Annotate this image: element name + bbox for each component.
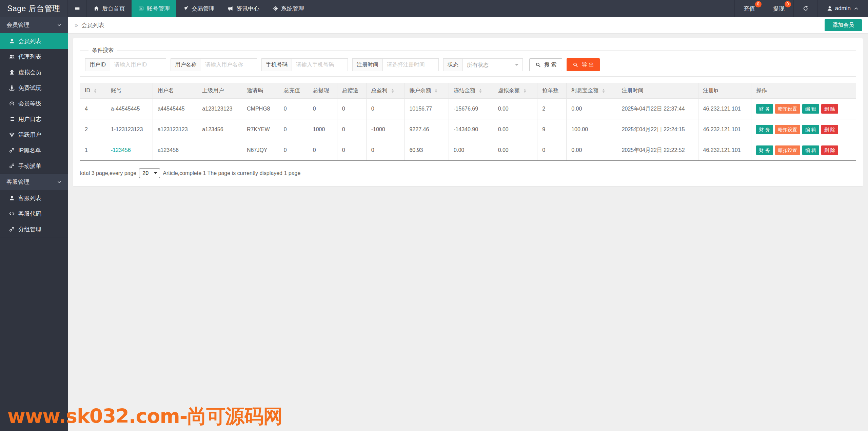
sidebar-group-header[interactable]: 客服管理: [0, 174, 68, 190]
deduct-settings-button[interactable]: 暗扣设置: [775, 104, 800, 114]
cell-parent: [197, 140, 242, 161]
sidebar-item-label: 客服列表: [18, 194, 41, 202]
user-menu[interactable]: admin: [817, 0, 868, 17]
chevron-down-icon: [56, 22, 62, 28]
sidebar-group-header[interactable]: 会员管理: [0, 17, 68, 33]
column-header-14: 注册时间: [617, 83, 698, 99]
chevron-down-icon: [56, 179, 62, 185]
username-field: 用户名称: [171, 58, 257, 71]
sort-icon: [522, 88, 528, 94]
menu-icon: [74, 5, 80, 12]
sidebar-group-items: 会员列表代理列表虚拟会员免费试玩会员等级用户日志活跃用户IP黑名单手动派单: [0, 33, 68, 174]
sidebar-item-street-view-3[interactable]: 免费试玩: [0, 80, 68, 96]
column-header-label: 注册时间: [622, 87, 644, 93]
content-card: 条件搜索 用户ID用户名称手机号码注册时间 状态 所有状态 搜 索 导 出: [73, 38, 863, 186]
cell-total-profit: 0: [366, 99, 405, 119]
menu-toggle-button[interactable]: [68, 0, 87, 17]
nav-item-paper-plane[interactable]: 交易管理: [176, 0, 221, 17]
cell-interest-amount: 0.00: [567, 140, 617, 161]
sidebar-item-code-1[interactable]: 客服代码: [0, 206, 68, 221]
search-button-label: 搜 索: [544, 61, 556, 68]
wifi-icon: [9, 132, 15, 138]
sidebar-item-user-secret-2[interactable]: 虚拟会员: [0, 64, 68, 80]
cell-interest-amount: 100.00: [567, 119, 617, 140]
page-size-select[interactable]: 20: [139, 168, 160, 178]
delete-button[interactable]: 删 除: [821, 104, 838, 114]
status-select[interactable]: 所有状态: [462, 58, 523, 71]
user-id-input[interactable]: [110, 58, 166, 71]
edit-button[interactable]: 编 辑: [802, 145, 819, 155]
user-secret-icon: [9, 69, 15, 75]
column-header-9[interactable]: 账户余额: [405, 83, 449, 99]
column-header-label: ID: [85, 87, 90, 93]
sidebar-item-link-7[interactable]: IP黑名单: [0, 142, 68, 158]
refresh-button[interactable]: [793, 0, 817, 17]
finance-button[interactable]: 财 务: [756, 125, 773, 134]
column-header-label: 注册ip: [703, 87, 718, 93]
add-member-button[interactable]: 添加会员: [825, 19, 862, 31]
column-header-label: 邀请码: [247, 87, 263, 93]
search-icon: [572, 62, 578, 68]
withdraw-button[interactable]: 提现 0: [764, 0, 793, 17]
cell-total-recharge: 0: [279, 140, 308, 161]
column-header-6: 总提现: [308, 83, 337, 99]
members-table: ID账号用户名上级用户邀请码总充值总提现总赠送总盈利账户余额冻结金额虚拟余额抢单…: [80, 83, 856, 161]
nav-item-cogs[interactable]: 系统管理: [266, 0, 311, 17]
sort-icon: [92, 88, 98, 94]
cell-register-time: 2025年04月22日 22:37:44: [617, 99, 698, 119]
sidebar-item-wifi-6[interactable]: 活跃用户: [0, 127, 68, 142]
edit-button[interactable]: 编 辑: [802, 104, 819, 114]
nav-item-label: 后台首页: [102, 5, 125, 13]
home-icon: [93, 5, 99, 12]
column-header-0[interactable]: ID: [80, 83, 106, 99]
sidebar-group-items: 客服列表客服代码分组管理: [0, 190, 68, 237]
column-header-13[interactable]: 利息宝金额: [567, 83, 617, 99]
bullhorn-icon: [228, 5, 234, 12]
sidebar-item-users-1[interactable]: 代理列表: [0, 49, 68, 64]
sidebar-item-label: 会员等级: [18, 100, 41, 107]
column-header-label: 总充值: [284, 87, 300, 93]
column-header-8[interactable]: 总盈利: [366, 83, 405, 99]
recharge-button[interactable]: 充值 0: [734, 0, 764, 17]
sidebar-group: 客服管理客服列表客服代码分组管理: [0, 174, 68, 237]
nav-item-home[interactable]: 后台首页: [87, 0, 132, 17]
deduct-settings-button[interactable]: 暗扣设置: [775, 125, 800, 134]
export-button[interactable]: 导 出: [567, 58, 599, 71]
cell-parent: a123456: [197, 119, 242, 140]
account-link[interactable]: -123456: [111, 147, 131, 153]
phone-field: 手机号码: [261, 58, 348, 71]
sidebar-item-service-user-0[interactable]: 客服列表: [0, 190, 68, 206]
sidebar-item-user-0[interactable]: 会员列表: [0, 33, 68, 49]
page-size-select-wrap: 20: [139, 168, 160, 178]
register-time-input[interactable]: [382, 58, 439, 71]
nav-item-bullhorn[interactable]: 资讯中心: [221, 0, 266, 17]
delete-button[interactable]: 删 除: [821, 145, 838, 155]
sidebar-item-link-2[interactable]: 分组管理: [0, 221, 68, 237]
column-header-11[interactable]: 虚拟余额: [493, 83, 537, 99]
phone-input[interactable]: [292, 58, 348, 71]
column-header-label: 账号: [111, 87, 122, 93]
deduct-settings-button[interactable]: 暗扣设置: [775, 145, 800, 155]
recharge-label: 充值: [744, 5, 755, 13]
user-icon: [827, 5, 833, 12]
finance-button[interactable]: 财 务: [756, 104, 773, 114]
sort-icon: [390, 88, 396, 94]
cell-register-ip: 46.232.121.101: [698, 140, 751, 161]
finance-button[interactable]: 财 务: [756, 145, 773, 155]
column-header-label: 总提现: [313, 87, 329, 93]
sidebar-item-link-8[interactable]: 手动派单: [0, 158, 68, 174]
nav-item-photo[interactable]: 账号管理: [132, 0, 176, 17]
sidebar-item-label: 用户日志: [18, 115, 41, 123]
delete-button[interactable]: 删 除: [821, 125, 838, 134]
cell-total-withdraw: 1000: [308, 119, 337, 140]
sidebar-item-list-5[interactable]: 用户日志: [0, 111, 68, 127]
sidebar-item-dashboard-4[interactable]: 会员等级: [0, 96, 68, 111]
sort-icon: [433, 88, 439, 94]
pagination-suffix: Article,complete 1 The page is currently…: [163, 170, 300, 176]
search-button[interactable]: 搜 索: [529, 58, 562, 71]
column-header-label: 账户余额: [409, 87, 431, 93]
edit-button[interactable]: 编 辑: [802, 125, 819, 134]
cogs-icon: [272, 5, 278, 12]
column-header-10[interactable]: 冻结金额: [449, 83, 493, 99]
username-input[interactable]: [201, 58, 257, 71]
